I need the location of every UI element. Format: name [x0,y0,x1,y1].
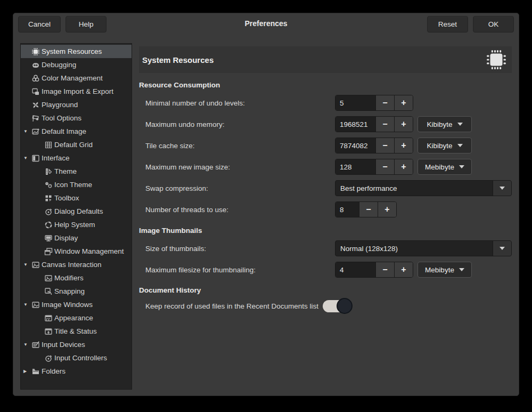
sidebar-item-label: Image Windows [42,301,93,309]
reset-button[interactable]: Reset [427,16,468,33]
threads-label: Number of threads to use: [145,206,335,214]
threads-spinner: 8 − + [335,201,397,217]
sidebar-item-interface[interactable]: ▼Interface [21,151,132,165]
sidebar-item-canvas-interaction[interactable]: ▼Canvas Interaction [21,258,132,271]
thumbnail-filesize-unit-dropdown[interactable]: Mebibyte [418,262,472,278]
sidebar-item-debugging[interactable]: Debugging [21,58,132,71]
toggle-knob [337,298,353,314]
new-image-size-spinner: 128 − + [335,159,413,175]
preferences-panel: System Resources Resource Consumption Mi… [139,46,512,319]
sidebar-item-label: Folders [42,367,66,375]
chevron-down-icon [459,268,464,271]
plus-button[interactable]: + [378,202,396,217]
sidebar-item-label: Window Management [54,247,124,255]
sidebar-item-label: Image Import & Export [42,87,113,95]
plus-button[interactable]: + [394,262,413,277]
sidebar-item-color-management[interactable]: Color Management [21,71,132,85]
section-document-history: Document History [139,286,512,294]
swap-compression-dropdown[interactable]: Best performance [335,180,512,196]
sidebar-item-modifiers[interactable]: Modifiers [21,271,132,285]
sidebar-item-icon-theme[interactable]: Icon Theme [21,178,132,191]
sidebar-item-label: Canvas Interaction [42,261,102,269]
minus-button[interactable]: − [375,95,394,110]
thumbnail-size-label: Size of thumbnails: [145,245,335,253]
new-image-size-input[interactable]: 128 [335,159,375,174]
folders-icon [31,367,40,376]
sidebar-item-label: Interface [42,154,70,162]
canvas-interaction-icon [31,261,40,269]
sidebar-item-image-windows[interactable]: ▼Image Windows [21,298,132,311]
sidebar-item-input-devices[interactable]: ▼Input Devices [21,338,132,351]
swap-compression-value: Best performance [335,181,493,196]
tile-cache-unit-dropdown[interactable]: Kibibyte [418,138,472,154]
plus-button[interactable]: + [394,138,413,153]
undo-levels-input[interactable]: 5 [335,95,375,110]
dialog-titlebar: Cancel Help Preferences Reset OK [13,13,519,33]
dropdown-arrow-cell [493,181,511,196]
sidebar-item-appearance[interactable]: Appearance [21,311,132,325]
expander-closed-icon[interactable]: ▶ [23,369,31,374]
sidebar-item-playground[interactable]: Playground [21,98,132,111]
window-management-icon [44,247,53,256]
minus-button[interactable]: − [359,202,378,217]
sidebar-item-tool-options[interactable]: Tool Options [21,111,132,125]
plus-button[interactable]: + [394,159,413,174]
expander-open-icon[interactable]: ▼ [23,129,31,134]
threads-input[interactable]: 8 [335,202,359,217]
undo-memory-unit-dropdown[interactable]: Kibibyte [418,116,472,132]
expander-open-icon[interactable]: ▼ [23,262,31,267]
ok-button[interactable]: OK [473,16,514,33]
sidebar-item-label: Help System [54,221,95,229]
sidebar-item-label: Title & Status [54,327,97,335]
minus-button[interactable]: − [375,159,394,174]
recent-documents-toggle[interactable] [323,300,351,312]
sidebar-item-label: Color Management [42,74,103,82]
new-image-size-unit-dropdown[interactable]: Mebibyte [418,159,472,175]
tile-cache-spinner: 7874082 − + [335,138,413,154]
thumbnail-size-dropdown[interactable]: Normal (128x128) [335,240,512,256]
cancel-button[interactable]: Cancel [18,16,61,33]
sidebar-item-display[interactable]: Display [21,231,132,245]
section-resource-consumption: Resource Consumption [139,81,512,89]
sidebar-item-help-system[interactable]: Help System [21,218,132,231]
sidebar-item-label: Default Grid [54,141,93,149]
help-button[interactable]: Help [66,16,107,33]
sidebar-item-folders[interactable]: ▶Folders [21,365,132,378]
sidebar-item-toolbox[interactable]: Toolbox [21,191,132,205]
sidebar-item-dialog-defaults[interactable]: Dialog Defaults [21,205,132,218]
sidebar-item-label: Default Image [42,127,86,135]
sidebar-item-label: System Resources [42,47,102,55]
sidebar-item-label: Input Devices [42,341,85,349]
undo-memory-input[interactable]: 1968521 [335,117,375,132]
plus-button[interactable]: + [394,95,413,110]
tile-cache-input[interactable]: 7874082 [335,138,375,153]
sidebar-item-label: Theme [54,167,77,175]
snapping-icon [44,287,53,296]
expander-open-icon[interactable]: ▼ [23,342,31,347]
sidebar-item-theme[interactable]: Theme [21,165,132,178]
thumbnail-filesize-input[interactable]: 4 [335,262,375,277]
sidebar-item-default-grid[interactable]: Default Grid [21,138,132,151]
sidebar-item-system-resources[interactable]: System Resources [21,45,132,58]
expander-open-icon[interactable]: ▼ [23,156,31,160]
undo-levels-spinner: 5 − + [335,95,413,111]
minus-button[interactable]: − [375,138,394,153]
sidebar-item-snapping[interactable]: Snapping [21,285,132,298]
unit-value: Kibibyte [427,142,452,150]
sidebar-item-title-status[interactable]: Title & Status [21,325,132,338]
sidebar-item-input-controllers[interactable]: Input Controllers [21,351,132,365]
preferences-category-tree: System ResourcesDebuggingColor Managemen… [20,43,132,390]
minus-button[interactable]: − [375,117,394,132]
plus-button[interactable]: + [394,117,413,132]
row-undo-levels: Minimal number of undo levels: 5 − + [145,95,512,111]
sidebar-item-window-management[interactable]: Window Management [21,245,132,258]
display-icon [44,234,53,243]
sidebar-item-image-import-export[interactable]: Image Import & Export [21,85,132,98]
preferences-dialog: Cancel Help Preferences Reset OK System … [13,13,519,396]
swap-compression-label: Swap compression: [145,184,335,192]
row-thumbnail-size: Size of thumbnails: Normal (128x128) [145,240,512,256]
thumbnail-size-value: Normal (128x128) [335,241,493,256]
minus-button[interactable]: − [375,262,394,277]
expander-open-icon[interactable]: ▼ [23,302,31,307]
sidebar-item-default-image[interactable]: ▼Default Image [21,125,132,138]
